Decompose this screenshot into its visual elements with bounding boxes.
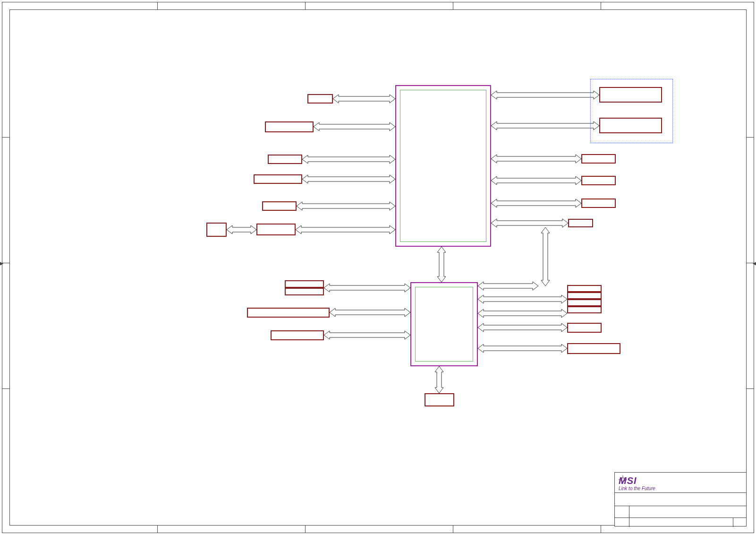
box-sr1c <box>567 299 602 306</box>
bus-box-l6a-box-l6b <box>227 225 256 234</box>
bus-north-chip-box-r-slot2 <box>491 121 599 130</box>
bus-north-chip-box-r-slot1 <box>491 91 599 99</box>
title-block: MSI Link to the Future <box>614 472 747 526</box>
box-r-slot1 <box>599 87 662 103</box>
bus-north-chip-box-r5 <box>491 199 581 207</box>
bus-south-chip-box-sr-elbow <box>478 282 538 290</box>
bus-box-sl1a-south-chip <box>324 284 410 292</box>
msi-logo-icon <box>619 475 627 484</box>
box-l5 <box>262 201 297 211</box>
bus-box-l6b-north-chip <box>296 225 395 234</box>
logo-tagline: Link to the Future <box>619 486 655 491</box>
bus-box-l5-north-chip <box>297 202 395 210</box>
box-sb <box>425 393 454 406</box>
svg-point-0 <box>621 478 625 482</box>
south-chip-die <box>415 287 473 362</box>
msi-logo: MSI <box>619 475 637 486</box>
box-sr1d <box>567 306 602 313</box>
box-r6 <box>568 219 593 227</box>
schematic-canvas: ▶ ◀ MSI Link to the Future <box>0 0 756 535</box>
box-sl3 <box>271 330 324 340</box>
box-sr1b <box>567 292 602 299</box>
box-r3 <box>581 154 616 164</box>
bus-box-l1-north-chip <box>333 95 395 103</box>
north-chip <box>395 85 491 247</box>
bus-box-sl2-south-chip <box>330 308 410 317</box>
box-r4 <box>581 176 616 185</box>
box-l4 <box>254 174 302 184</box>
bus-north-chip-box-r3 <box>491 155 581 163</box>
north-chip-die <box>400 90 486 242</box>
south-chip <box>410 282 478 366</box>
bus-south-chip-box-sr-elbow-v <box>541 227 550 286</box>
box-l6b <box>256 224 296 235</box>
box-sr3 <box>567 343 620 354</box>
bus-south-chip-box-sr1b <box>478 309 567 318</box>
box-l2 <box>265 121 314 132</box>
box-l6a <box>206 223 227 237</box>
bus-box-sl3-south-chip <box>324 331 410 339</box>
box-sl1a <box>285 280 324 288</box>
bus-south-chip-box-sr3 <box>478 344 567 353</box>
box-sl2 <box>247 308 330 318</box>
bus-south-chip-box-sr1 <box>478 295 567 303</box>
bus-box-l4-north-chip <box>302 175 395 183</box>
box-r5 <box>581 198 616 208</box>
bus-box-l2-north-chip <box>314 122 395 131</box>
bus-north-chip-box-r6 <box>491 219 568 227</box>
box-r-slot2 <box>599 118 662 133</box>
box-sr2 <box>567 323 602 333</box>
bus-north-chip-south-chip <box>437 247 446 282</box>
box-sl1b <box>285 288 324 295</box>
box-l1 <box>307 94 333 104</box>
bus-north-chip-box-r4 <box>491 176 581 185</box>
bus-south-chip-box-sr2 <box>478 323 567 332</box>
box-sr1a <box>567 285 602 292</box>
box-l3 <box>268 155 302 164</box>
bus-box-l3-north-chip <box>302 155 395 164</box>
bus-south-chip-box-sb <box>435 366 443 393</box>
